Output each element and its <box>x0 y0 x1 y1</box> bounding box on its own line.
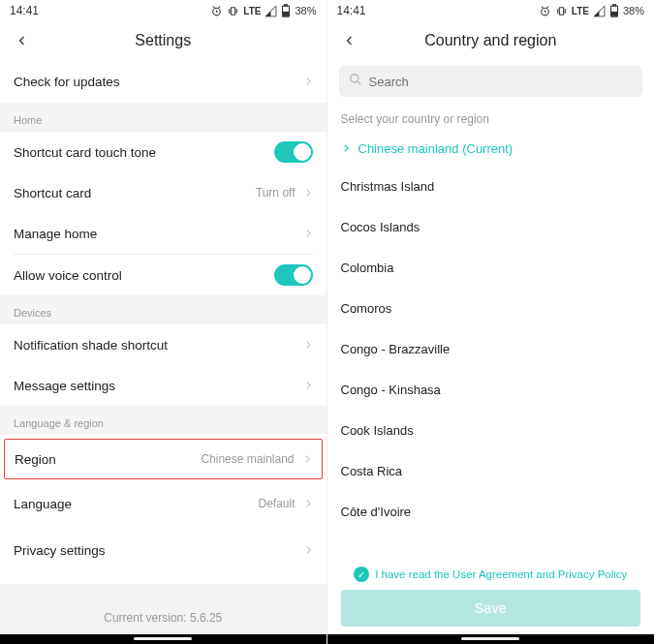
devices-section-header: Devices <box>0 295 327 324</box>
check-circle-icon[interactable]: ✓ <box>354 567 369 582</box>
page-title: Settings <box>135 32 191 49</box>
chevron-right-icon <box>303 184 313 201</box>
vibrate-icon <box>555 5 568 17</box>
save-label: Save <box>475 600 507 616</box>
country-item[interactable]: Colombia <box>327 247 655 288</box>
lang-region-section-header: Language & region <box>0 406 327 435</box>
vibrate-icon <box>227 5 239 17</box>
battery-pct: 38% <box>623 5 644 16</box>
agreement-row[interactable]: ✓ I have read the User Agreement and Pri… <box>327 557 655 590</box>
chevron-right-icon <box>303 73 313 90</box>
row-label: Shortcut card touch tone <box>14 145 156 160</box>
page-title: Country and region <box>424 32 556 49</box>
svg-rect-9 <box>612 12 617 15</box>
country-item[interactable]: Cook Islands <box>327 410 655 450</box>
chevron-right-icon <box>341 141 351 156</box>
search-input[interactable] <box>369 75 634 89</box>
manage-home-row[interactable]: Manage home <box>0 213 327 254</box>
search-icon <box>349 73 362 90</box>
language-row[interactable]: Language Default <box>0 483 327 524</box>
nav-bar <box>327 634 655 644</box>
home-section-header: Home <box>0 103 327 132</box>
country-item[interactable]: Côte d'Ivoire <box>327 491 655 532</box>
header: Settings <box>0 21 327 60</box>
country-item[interactable]: Congo - Kinshasa <box>327 369 655 410</box>
row-label: Shortcut card <box>14 186 91 200</box>
search-box[interactable] <box>339 66 643 97</box>
version-label: Current version: 5.6.25 <box>0 584 327 634</box>
chevron-right-icon <box>302 450 312 468</box>
status-bar: 14:41 LTE 38% <box>0 0 327 21</box>
check-updates-row[interactable]: Check for updates <box>0 60 327 103</box>
chevron-right-icon <box>303 541 313 559</box>
select-hint: Select your country or region <box>327 103 655 132</box>
voice-control-row[interactable]: Allow voice control <box>0 255 327 295</box>
battery-pct: 38% <box>295 5 316 16</box>
lte-label: LTE <box>572 6 589 16</box>
alarm-icon <box>210 5 223 17</box>
svg-rect-8 <box>613 5 616 6</box>
current-region-label: Chinese mainland (Current) <box>358 141 514 156</box>
row-value: Chinese mainland <box>201 452 294 466</box>
chevron-right-icon <box>303 495 313 512</box>
chevron-right-icon <box>303 377 313 394</box>
alarm-icon <box>539 5 551 17</box>
back-button[interactable] <box>14 32 31 49</box>
notification-shade-row[interactable]: Notification shade shortcut <box>0 324 327 365</box>
privacy-row[interactable]: Privacy settings <box>0 530 327 570</box>
row-value: Turn off <box>256 186 296 199</box>
row-label: Message settings <box>14 379 115 393</box>
row-label: Manage home <box>14 227 97 241</box>
country-list: Christmas IslandCocos IslandsColombiaCom… <box>327 166 655 532</box>
home-pill[interactable] <box>461 637 519 640</box>
status-time: 14:41 <box>337 4 366 17</box>
battery-icon <box>281 4 291 17</box>
lte-label: LTE <box>243 6 261 16</box>
signal-icon <box>593 5 606 17</box>
row-value: Default <box>258 497 295 510</box>
agreement-text: I have read the User Agreement and Priva… <box>375 568 627 580</box>
country-item[interactable]: Christmas Island <box>327 166 655 206</box>
back-button[interactable] <box>341 32 358 49</box>
row-label: Language <box>14 497 72 511</box>
shortcut-tone-row[interactable]: Shortcut card touch tone <box>0 132 327 172</box>
svg-rect-1 <box>232 7 235 15</box>
country-item[interactable]: Comoros <box>327 288 655 328</box>
row-label: Allow voice control <box>14 268 122 283</box>
signal-icon <box>265 5 277 17</box>
country-item[interactable]: Costa Rica <box>327 450 655 491</box>
row-label: Region <box>15 452 56 467</box>
chevron-right-icon <box>303 225 313 242</box>
chevron-right-icon <box>303 336 313 353</box>
home-pill[interactable] <box>134 637 192 640</box>
toggle-switch[interactable] <box>274 141 313 163</box>
row-label: Notification shade shortcut <box>14 338 168 353</box>
header: Country and region <box>327 21 655 60</box>
svg-rect-6 <box>559 7 563 15</box>
status-bar: 14:41 LTE 38% <box>327 0 655 21</box>
status-time: 14:41 <box>10 4 39 17</box>
svg-rect-3 <box>285 5 288 6</box>
row-label: Privacy settings <box>14 543 106 558</box>
save-button[interactable]: Save <box>341 590 641 627</box>
battery-icon <box>609 4 619 17</box>
row-label: Check for updates <box>14 75 120 89</box>
message-settings-row[interactable]: Message settings <box>0 365 327 406</box>
toggle-switch[interactable] <box>274 264 313 286</box>
country-item[interactable]: Cocos Islands <box>327 206 655 247</box>
region-row[interactable]: Region Chinese mainland <box>4 439 323 479</box>
shortcut-card-row[interactable]: Shortcut card Turn off <box>0 172 327 213</box>
nav-bar <box>0 634 327 644</box>
current-region-row[interactable]: Chinese mainland (Current) <box>327 132 655 166</box>
svg-point-10 <box>350 75 358 82</box>
country-item[interactable]: Congo - Brazzaville <box>327 328 655 369</box>
svg-rect-4 <box>284 12 289 15</box>
